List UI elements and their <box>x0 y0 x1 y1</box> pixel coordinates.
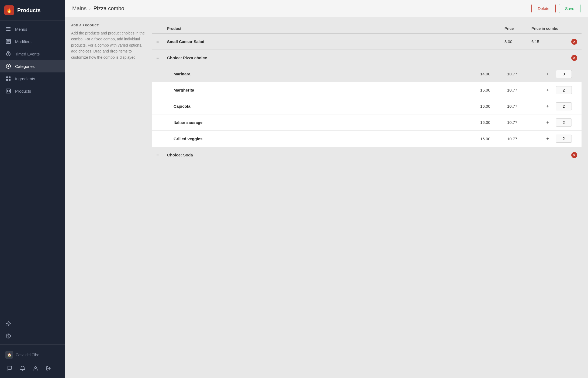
combo-price-input[interactable] <box>556 86 572 94</box>
combo-price-input[interactable] <box>556 135 572 143</box>
sidebar-item-categories[interactable]: Categories <box>0 60 65 72</box>
topbar-actions: Delete Save <box>531 4 580 13</box>
plus-sign: + <box>539 88 556 93</box>
profile-icon[interactable] <box>31 364 40 373</box>
product-price: 16.00 <box>480 88 507 92</box>
plus-sign: + <box>539 104 556 109</box>
chat-icon[interactable] <box>5 364 14 373</box>
sidebar-nav: Menus Modifiers T <box>0 21 65 315</box>
drag-handle[interactable]: ≡ <box>156 55 167 60</box>
sidebar-item-timed-events-label: Timed Events <box>15 52 40 56</box>
plus-sign: + <box>539 136 556 141</box>
svg-point-19 <box>8 323 9 324</box>
col-header-product: Product <box>167 26 504 31</box>
sidebar-item-modifiers[interactable]: Modifiers <box>0 35 65 48</box>
logout-icon[interactable] <box>44 364 53 373</box>
timed-events-icon <box>5 51 11 57</box>
sidebar-item-settings[interactable] <box>5 317 59 330</box>
content-area: ADD A PRODUCT Add the products and produ… <box>65 17 588 378</box>
bottom-icons <box>4 361 60 374</box>
restaurant-name: 🏠 Casa del Cibo <box>4 349 60 361</box>
product-price: 16.00 <box>480 120 507 125</box>
sidebar-item-ingredients[interactable]: Ingredients <box>0 72 65 85</box>
add-product-description: Add the products and product choices in … <box>71 30 146 60</box>
sidebar-item-products[interactable]: Products <box>0 85 65 97</box>
combo-price-input[interactable] <box>556 70 572 78</box>
product-price: 16.00 <box>480 136 507 141</box>
sidebar-item-help[interactable] <box>5 330 59 342</box>
add-product-title: ADD A PRODUCT <box>71 24 146 27</box>
categories-icon <box>5 63 11 69</box>
svg-point-21 <box>8 337 9 338</box>
product-combo-price: 10.77 <box>507 72 539 76</box>
menus-icon <box>5 26 11 32</box>
product-name: Margherita <box>174 88 480 92</box>
svg-rect-1 <box>6 29 11 30</box>
svg-rect-14 <box>6 89 11 93</box>
sidebar-item-menus-label: Menus <box>15 27 27 32</box>
topbar: Mains › Pizza combo Delete Save <box>65 0 588 17</box>
product-name: Grilled veggies <box>174 136 480 141</box>
product-combo-price: 10.77 <box>507 136 539 141</box>
product-combo-price: 10.77 <box>507 88 539 92</box>
table-row-choice: ≡ Choice: Soda × <box>152 147 582 163</box>
combo-price-input[interactable] <box>556 118 572 127</box>
product-price: 8.00 <box>504 39 531 44</box>
sidebar-item-menus[interactable]: Menus <box>0 23 65 35</box>
breadcrumb: Mains › Pizza combo <box>72 5 124 12</box>
remove-button[interactable]: × <box>564 39 577 45</box>
svg-rect-6 <box>7 43 9 43</box>
combo-price-input[interactable] <box>556 102 572 110</box>
sidebar-header: 🔥 Products <box>0 0 65 21</box>
modifiers-icon <box>5 38 11 44</box>
svg-rect-12 <box>6 79 8 81</box>
sidebar-item-timed-events[interactable]: Timed Events <box>0 48 65 60</box>
breadcrumb-separator: › <box>89 6 91 11</box>
table-row: Margherita 16.00 10.77 + <box>152 82 582 98</box>
col-header-price: Price <box>504 26 531 31</box>
svg-rect-5 <box>7 41 10 42</box>
sidebar-item-ingredients-label: Ingredients <box>15 76 35 81</box>
drag-handle[interactable]: ≡ <box>156 39 167 44</box>
table-row: Marinara 14.00 10.77 + <box>152 66 582 82</box>
svg-rect-13 <box>9 79 11 81</box>
remove-icon: × <box>571 39 577 45</box>
left-panel: ADD A PRODUCT Add the products and produ… <box>71 24 152 372</box>
sidebar-title: Products <box>17 7 41 13</box>
svg-rect-4 <box>7 40 10 41</box>
sidebar: 🔥 Products Menus <box>0 0 65 378</box>
plus-sign: + <box>539 72 556 76</box>
breadcrumb-current: Pizza combo <box>94 5 124 12</box>
svg-rect-16 <box>9 90 10 91</box>
table-row: ≡ Small Caesar Salad 8.00 6.15 × <box>152 34 582 50</box>
product-name: Marinara <box>174 72 480 76</box>
product-price: 14.00 <box>480 72 507 76</box>
delete-button[interactable]: Delete <box>531 4 555 13</box>
svg-rect-0 <box>6 27 11 28</box>
app-logo: 🔥 <box>4 5 14 15</box>
product-combo-price: 10.77 <box>507 120 539 125</box>
table-row: Grilled veggies 16.00 10.77 + <box>152 131 582 147</box>
right-panel: Product Price Price in combo ≡ Small Cae… <box>152 24 582 372</box>
notification-icon[interactable] <box>18 364 27 373</box>
svg-rect-17 <box>7 91 8 92</box>
drag-handle[interactable]: ≡ <box>156 153 167 158</box>
remove-button[interactable]: × <box>571 152 577 158</box>
table-row: Italian sausage 16.00 10.77 + <box>152 114 582 131</box>
col-header-price-in-combo: Price in combo <box>531 26 564 31</box>
main-area: Mains › Pizza combo Delete Save ADD A PR… <box>65 0 588 378</box>
svg-rect-18 <box>9 91 10 92</box>
save-button[interactable]: Save <box>559 4 580 13</box>
svg-rect-15 <box>7 90 8 91</box>
product-price: 16.00 <box>480 104 507 108</box>
choice-label: Choice: Soda <box>167 153 564 157</box>
help-icon <box>5 333 11 339</box>
table-row: Capicola 16.00 10.77 + <box>152 98 582 114</box>
remove-icon: × <box>571 55 577 61</box>
svg-point-9 <box>8 65 9 67</box>
remove-button[interactable]: × <box>571 55 577 61</box>
restaurant-icon: 🏠 <box>5 351 13 359</box>
sidebar-item-categories-label: Categories <box>15 64 35 69</box>
product-name: Capicola <box>174 104 480 108</box>
product-name: Italian sausage <box>174 120 480 125</box>
